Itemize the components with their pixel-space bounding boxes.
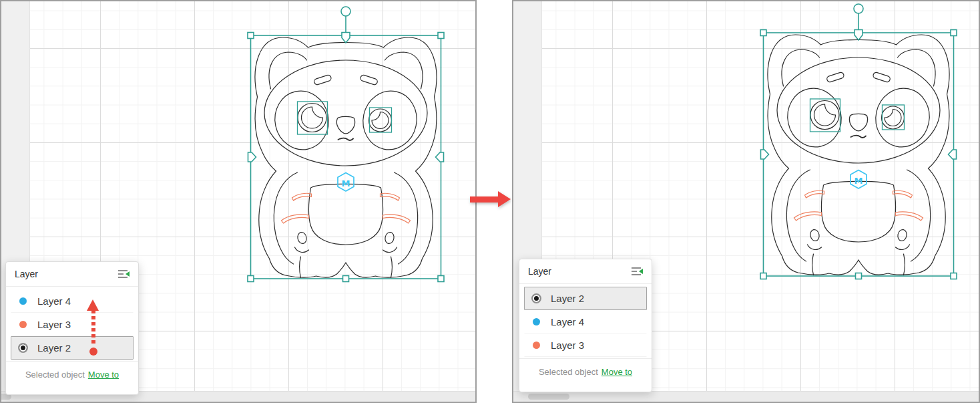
layer-row[interactable]: Layer 4 [11,289,134,313]
canvas-view-before: Layer Layer 4 Layer 3 Layer 2 Selected o… [0,0,477,403]
layer-name: Layer 2 [37,342,71,354]
layer-color-dot [19,297,27,305]
layer-list: Layer 2 Layer 4 Layer 3 [519,284,652,358]
layer-panel-header: Layer [6,262,138,287]
layer-color-dot [531,293,541,303]
scrollbar-thumb[interactable] [528,394,569,400]
layer-row-selected[interactable]: Layer 2 [524,287,647,310]
layer-color-dot [533,318,540,325]
arrow-shaft [470,196,498,203]
move-to-link[interactable]: Move to [601,367,632,377]
red-arrow-right-icon [470,191,511,207]
layer-row-selected[interactable]: Layer 2 [11,336,134,360]
layer-panel-header: Layer [519,259,652,284]
layer-row[interactable]: Layer 4 [524,310,647,333]
layer-color-dot [533,342,540,349]
layer-color-dot [18,343,28,353]
layer-panel: Layer Layer 2 Layer 4 Layer 3 Selected o… [519,259,652,392]
selected-object-label: Selected object [539,367,598,377]
layer-panel-title: Layer [528,266,551,277]
move-to-link[interactable]: Move to [88,370,119,380]
layer-row[interactable]: Layer 3 [11,313,134,336]
layer-panel-footer: Selected object Move to [519,358,652,384]
selected-object[interactable] [246,5,446,283]
layer-list: Layer 4 Layer 3 Layer 2 [6,287,138,361]
horizontal-scrollbar[interactable] [513,391,979,402]
layer-panel: Layer Layer 4 Layer 3 Layer 2 Selected o… [5,261,139,395]
arrowhead [498,191,511,207]
layer-name: Layer 4 [37,295,71,307]
layer-name: Layer 3 [551,340,584,351]
collapse-panel-icon[interactable] [632,267,643,276]
layer-name: Layer 2 [551,293,584,304]
collapse-panel-icon[interactable] [118,270,130,279]
selected-object[interactable] [758,2,959,280]
layer-panel-title: Layer [15,269,38,279]
screenshot-root: { "canvas": { "object": "panda-line-art"… [0,0,980,403]
layer-color-dot [19,321,27,328]
layer-name: Layer 3 [37,319,71,330]
canvas-view-after: Layer Layer 2 Layer 4 Layer 3 Selected o… [512,0,980,403]
layer-row[interactable]: Layer 3 [524,333,647,357]
selected-object-label: Selected object [25,370,85,380]
layer-panel-footer: Selected object Move to [6,361,138,387]
layer-name: Layer 4 [551,316,584,327]
